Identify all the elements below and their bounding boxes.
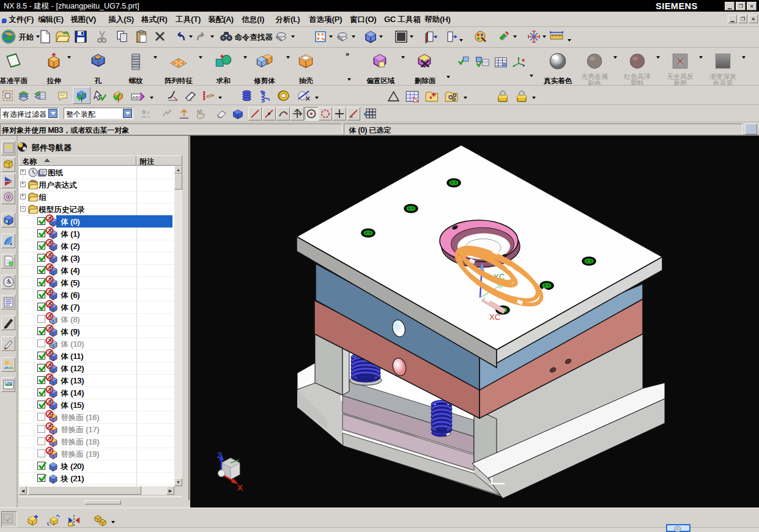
svg-text:XC: XC	[489, 312, 500, 322]
svg-text:X: X	[237, 483, 243, 492]
svg-text:Z: Z	[217, 451, 222, 460]
